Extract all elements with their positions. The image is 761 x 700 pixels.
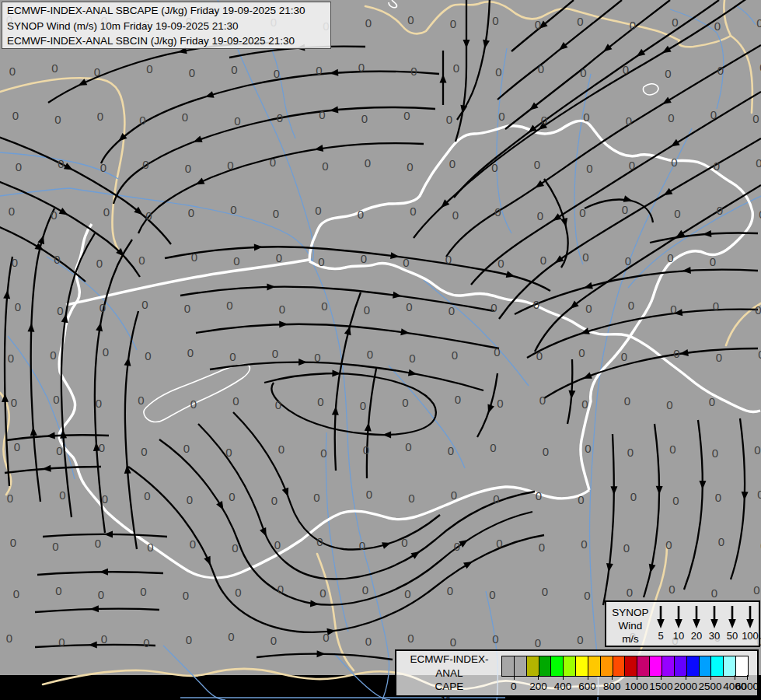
station-value-label: 0 [319, 586, 326, 600]
station-value-label: 0 [491, 161, 497, 174]
station-value-label: 0 [359, 539, 365, 552]
station-value-label: 0 [666, 398, 672, 411]
station-value-label: 0 [409, 352, 415, 365]
station-value-label: 0 [410, 65, 417, 78]
cape-tick-mark [747, 675, 748, 680]
station-value-label: 0 [539, 394, 546, 407]
station-value-label: 0 [321, 299, 327, 313]
station-value-label: 0 [235, 586, 241, 599]
cape-tick-label: 2500 [699, 681, 722, 692]
station-value-label: 0 [669, 443, 675, 456]
cape-tick-mark [686, 675, 686, 680]
cape-color-cell [514, 656, 526, 676]
cape-legend-box: ECMWF-INDEX-ANAL CAPE J/kg 0200400600800… [395, 649, 759, 697]
station-value-label: 0 [313, 491, 319, 504]
station-value-label: 0 [275, 398, 281, 411]
station-value-label: 0 [536, 349, 543, 362]
station-value-label: 0 [190, 537, 196, 551]
station-value-label: 0 [323, 631, 329, 644]
cape-tick-label: 1500 [649, 681, 672, 692]
cape-color-cell [588, 656, 600, 676]
station-value-label: 0 [496, 537, 502, 550]
station-value-label: 0 [533, 298, 539, 311]
station-value-label: 0 [586, 162, 592, 175]
station-value-label: 0 [410, 205, 416, 218]
station-value-label: 0 [15, 300, 21, 313]
station-value-label: 0 [232, 394, 239, 408]
station-value-label: 0 [455, 393, 461, 406]
cape-colorbar [501, 656, 749, 677]
station-value-label: 0 [54, 253, 60, 266]
station-value-label: 0 [138, 394, 144, 407]
station-value-label: 0 [717, 64, 724, 77]
station-value-label: 0 [365, 635, 372, 648]
station-value-label: 0 [713, 299, 719, 313]
cape-tick-mark [735, 675, 735, 680]
station-value-label: 0 [714, 19, 721, 33]
station-value-label: 0 [96, 397, 102, 410]
station-value-label: 0 [536, 489, 542, 502]
station-value-label: 0 [404, 587, 410, 600]
station-value-label: 0 [495, 65, 501, 79]
cape-tick-mark [538, 675, 539, 680]
station-value-label: 0 [714, 159, 720, 173]
down-arrow-icon [672, 604, 685, 629]
station-value-label: 0 [366, 488, 372, 501]
station-value-label: 0 [580, 66, 586, 79]
cape-color-cell [526, 656, 539, 676]
station-value-label: 0 [96, 257, 103, 270]
station-value-label: 0 [315, 204, 321, 217]
wind-scale-entry: 100 [741, 604, 759, 642]
station-value-label: 0 [50, 348, 56, 362]
wind-scale-entry: 30 [705, 604, 724, 642]
station-value-label: 0 [408, 492, 414, 505]
map-title-box: ECMWF-INDEX-ANAL SBCAPE (J/kg) Friday 19… [2, 2, 331, 49]
station-value-label: 0 [628, 299, 634, 312]
station-value-label: 0 [55, 584, 61, 597]
cape-color-cell [662, 656, 674, 676]
cape-tick-label: 800 [603, 681, 621, 692]
station-value-label: 0 [624, 394, 630, 408]
station-value-label: 0 [97, 110, 103, 123]
station-value-label: 0 [622, 203, 628, 216]
station-value-label: 0 [16, 160, 22, 173]
station-value-label: 0 [451, 488, 457, 502]
wind-legend-source: SYNOP [606, 606, 655, 619]
down-arrow-icon [726, 604, 738, 629]
station-value-label: 0 [712, 446, 718, 460]
station-value-label: 0 [100, 161, 106, 174]
station-value-label: 0 [98, 588, 104, 601]
station-value-label: 0 [227, 159, 233, 172]
wind-speed-label: 30 [705, 630, 724, 642]
station-value-label: 0 [534, 158, 540, 171]
station-value-label: 0 [672, 494, 679, 507]
cape-color-cell [575, 656, 588, 676]
station-value-label: 0 [452, 208, 459, 222]
station-value-label: 0 [273, 207, 279, 220]
wind-speed-label: 20 [687, 630, 706, 642]
station-value-label: 0 [577, 633, 583, 646]
station-value-label: 0 [711, 586, 717, 600]
station-value-label: 0 [225, 446, 232, 459]
station-value-label: 0 [187, 493, 193, 506]
cape-tick-label: 6000 [735, 681, 759, 692]
station-value-label: 0 [185, 162, 191, 175]
station-value-label: 0 [490, 441, 496, 454]
station-value-label: 0 [8, 352, 14, 365]
station-value-label: 0 [493, 492, 499, 506]
weather-map-screen: 0000000000000000000000000000000000000000… [0, 0, 761, 700]
station-value-label: 0 [665, 67, 671, 80]
station-value-label: 0 [365, 16, 372, 30]
cape-color-cell [723, 656, 735, 676]
station-value-label: 0 [581, 537, 587, 551]
station-value-label: 0 [715, 491, 721, 504]
station-value-label: 0 [626, 114, 632, 128]
station-value-label: 0 [450, 17, 456, 30]
station-value-label: 0 [403, 256, 409, 269]
station-value-label: 0 [232, 541, 238, 555]
station-value-label: 0 [138, 254, 145, 267]
down-arrow-icon [708, 604, 721, 629]
cape-color-cell [502, 656, 514, 676]
station-value-label: 0 [278, 583, 284, 596]
station-value-label: 0 [582, 250, 588, 264]
